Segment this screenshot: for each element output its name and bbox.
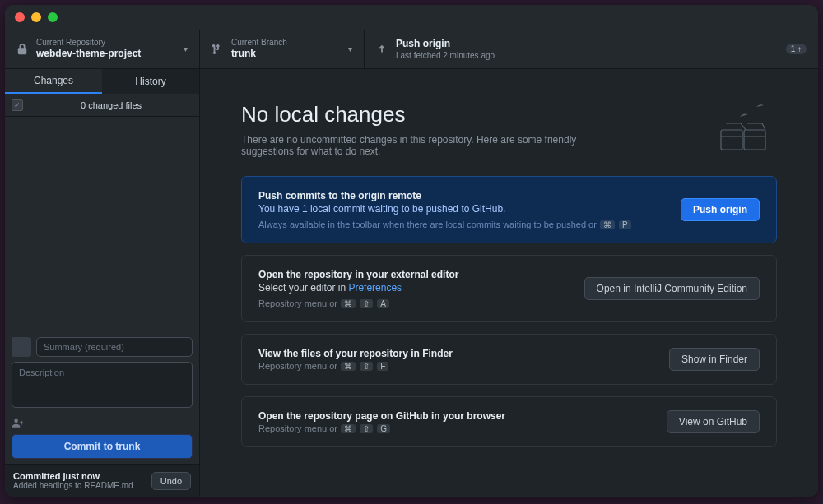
description-input[interactable]: [12, 362, 193, 408]
card-sub: Select your editor in Preferences: [258, 282, 571, 294]
kbd-icon: ⇧: [360, 362, 373, 371]
toolbar: Current Repository webdev-theme-project …: [5, 30, 818, 69]
kbd-icon: ⇧: [360, 424, 373, 433]
titlebar[interactable]: [5, 5, 818, 30]
open-editor-button[interactable]: Open in IntelliJ Community Edition: [584, 277, 760, 300]
kbd-icon: ⇧: [360, 299, 373, 308]
tab-history[interactable]: History: [102, 69, 199, 94]
recent-commit-message: Added headings to README.md: [13, 481, 151, 490]
close-icon[interactable]: [15, 12, 25, 22]
push-label: Push origin: [396, 38, 778, 51]
push-sub: Last fetched 2 minutes ago: [396, 51, 778, 60]
branch-selector[interactable]: Current Branch trunk ▾: [200, 30, 365, 68]
kbd-icon: G: [377, 424, 390, 433]
branch-icon: [212, 44, 223, 55]
push-origin-button[interactable]: Push origin: [681, 198, 760, 221]
preferences-link[interactable]: Preferences: [348, 282, 402, 294]
svg-rect-1: [744, 130, 765, 150]
app-window: Current Repository webdev-theme-project …: [5, 5, 818, 497]
recent-commit: Committed just now Added headings to REA…: [5, 464, 199, 497]
changed-files-header: ✓ 0 changed files: [5, 94, 199, 117]
card-title: Open the repository in your external edi…: [258, 269, 571, 280]
svg-rect-0: [721, 130, 742, 150]
page-title: No local changes: [241, 102, 711, 127]
sidebar: Changes History ✓ 0 changed files Commit…: [5, 69, 200, 497]
branch-label: Current Branch: [231, 37, 348, 48]
avatar: [12, 337, 31, 357]
select-all-checkbox[interactable]: ✓: [12, 99, 23, 111]
card-title: View the files of your repository in Fin…: [258, 348, 656, 359]
kbd-icon: ⌘: [600, 220, 615, 229]
kbd-icon: ⌘: [341, 299, 356, 308]
page-subtitle: There are no uncommitted changes in this…: [241, 134, 603, 157]
undo-button[interactable]: Undo: [151, 472, 191, 490]
show-finder-button[interactable]: Show in Finder: [669, 348, 760, 371]
view-github-card: Open the repository page on GitHub in yo…: [241, 396, 777, 447]
hero: No local changes There are no uncommitte…: [241, 102, 777, 160]
kbd-icon: F: [377, 362, 388, 371]
commit-button[interactable]: Commit to trunk: [12, 434, 193, 459]
card-title: Open the repository page on GitHub in yo…: [258, 410, 653, 422]
fullscreen-icon[interactable]: [48, 12, 58, 22]
summary-input[interactable]: [36, 337, 193, 357]
repo-label: Current Repository: [36, 37, 184, 48]
kbd-icon: ⌘: [341, 424, 356, 433]
recent-commit-status: Committed just now: [13, 471, 151, 481]
add-coauthor-button[interactable]: [12, 416, 193, 434]
card-hint: Always available in the toolbar when the…: [258, 220, 667, 229]
push-card: Push commits to the origin remote You ha…: [241, 176, 777, 243]
card-sub: You have 1 local commit waiting to be pu…: [258, 203, 667, 215]
minimize-icon[interactable]: [31, 12, 41, 22]
lock-icon: [16, 44, 28, 55]
tab-changes[interactable]: Changes: [5, 69, 102, 94]
push-up-icon: [376, 44, 388, 55]
kbd-icon: A: [377, 299, 389, 308]
card-hint: Repository menu or ⌘ ⇧ A: [258, 298, 571, 308]
show-finder-card: View the files of your repository in Fin…: [241, 334, 777, 385]
main-pane: No local changes There are no uncommitte…: [200, 69, 818, 497]
empty-state-illustration: [711, 102, 777, 160]
repo-selector[interactable]: Current Repository webdev-theme-project …: [5, 30, 200, 68]
chevron-down-icon: ▾: [184, 44, 188, 53]
commit-form: Commit to trunk: [5, 332, 199, 464]
repo-name: webdev-theme-project: [36, 48, 184, 61]
changed-files-count: 0 changed files: [30, 100, 193, 110]
branch-name: trunk: [231, 48, 348, 61]
kbd-icon: P: [619, 220, 631, 229]
card-hint: Repository menu or ⌘ ⇧ G: [258, 423, 653, 433]
sidebar-tabs: Changes History: [5, 69, 199, 94]
card-hint: Repository menu or ⌘ ⇧ F: [258, 361, 656, 371]
traffic-lights: [15, 12, 58, 22]
push-count-badge: 1 ↑: [786, 44, 807, 54]
push-origin-toolbar[interactable]: Push origin Last fetched 2 minutes ago 1…: [365, 30, 818, 68]
chevron-down-icon: ▾: [348, 44, 352, 53]
kbd-icon: ⌘: [341, 362, 356, 371]
card-title: Push commits to the origin remote: [258, 190, 667, 201]
open-editor-card: Open the repository in your external edi…: [241, 255, 777, 322]
view-github-button[interactable]: View on GitHub: [667, 410, 760, 433]
